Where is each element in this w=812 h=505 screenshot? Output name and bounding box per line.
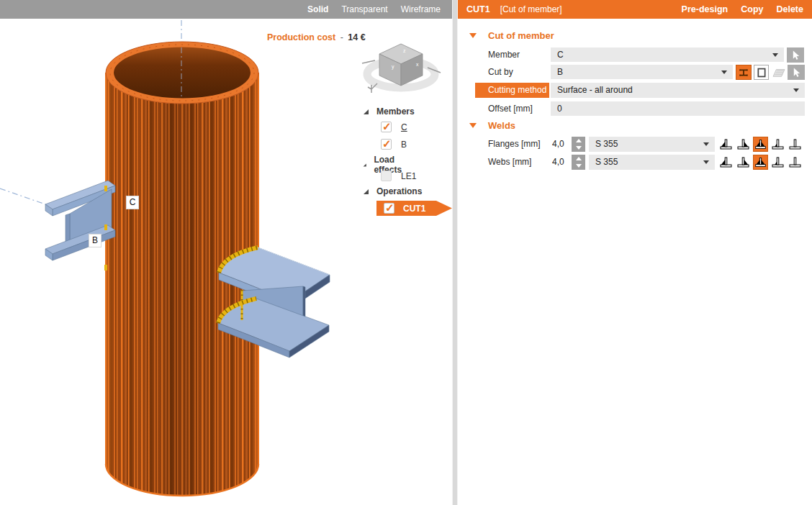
member-b-checkbox[interactable] bbox=[381, 139, 392, 150]
production-cost-separator: - bbox=[338, 32, 346, 42]
navigation-cube[interactable]: y x z bbox=[362, 44, 441, 93]
cube-axis-x-label: x bbox=[416, 62, 419, 67]
member-label: Member bbox=[488, 47, 520, 62]
le1-checkbox[interactable] bbox=[381, 170, 392, 181]
collapse-triangle-icon[interactable] bbox=[469, 33, 477, 38]
member-b-left-beam[interactable] bbox=[45, 181, 115, 260]
flanges-weld-butt-button[interactable] bbox=[788, 137, 803, 152]
webs-weld-fillet-both-button[interactable] bbox=[753, 155, 768, 170]
webs-size-stepper[interactable] bbox=[572, 155, 585, 170]
flanges-weld-bevel-button[interactable] bbox=[770, 137, 785, 152]
tree-item-member-c[interactable]: C bbox=[381, 122, 407, 132]
webs-weld-fillet-right-button[interactable] bbox=[736, 155, 751, 170]
section-title: Welds bbox=[488, 120, 515, 131]
tree-item-cut1-selected[interactable]: CUT1 bbox=[376, 201, 452, 216]
member-dropdown[interactable]: C bbox=[551, 47, 784, 62]
cutting-method-label: Cutting method bbox=[475, 83, 549, 98]
webs-label: Webs [mm] bbox=[488, 155, 531, 169]
hollow-section-icon bbox=[757, 67, 767, 78]
view-mode-toolbar: Solid Transparent Wireframe bbox=[0, 0, 452, 19]
webs-material-value: S 355 bbox=[595, 157, 618, 167]
offset-value: 0 bbox=[557, 104, 562, 114]
flanges-weld-fillet-both-button[interactable] bbox=[753, 137, 768, 152]
cut-by-label: Cut by bbox=[488, 65, 513, 79]
pick-cut-by-button[interactable] bbox=[788, 65, 805, 80]
tree-section-label: Members bbox=[376, 106, 415, 117]
predesign-button[interactable]: Pre-design bbox=[682, 4, 728, 14]
expander-icon[interactable] bbox=[363, 109, 369, 115]
weld-butt-icon bbox=[788, 155, 803, 170]
flanges-size-value[interactable]: 4,0 bbox=[552, 137, 564, 151]
webs-size-value[interactable]: 4,0 bbox=[552, 155, 564, 169]
operation-subtitle: [Cut of member] bbox=[500, 4, 562, 14]
flanges-material-dropdown[interactable]: S 355 bbox=[589, 137, 715, 152]
cube-axis-z-label: z bbox=[403, 48, 406, 53]
solid-view-button[interactable]: Solid bbox=[307, 4, 328, 14]
cut-by-dropdown[interactable]: B bbox=[551, 65, 733, 79]
panel-splitter[interactable] bbox=[452, 0, 458, 505]
weld-fillet-left-icon bbox=[718, 155, 734, 170]
stepper-down-icon[interactable] bbox=[572, 145, 585, 153]
cut-by-member-toggle[interactable] bbox=[736, 65, 752, 80]
collapse-triangle-icon[interactable] bbox=[469, 123, 477, 128]
tree-item-le1[interactable]: LE1 bbox=[381, 170, 416, 181]
beam-section-icon bbox=[737, 67, 750, 78]
webs-weld-butt-button[interactable] bbox=[788, 155, 803, 170]
weld-fillet-both-icon bbox=[754, 155, 767, 170]
operation-title: CUT1 bbox=[466, 4, 490, 14]
weld-bevel-icon bbox=[770, 155, 785, 170]
cursor-arrow-icon bbox=[790, 50, 801, 61]
production-cost: Production cost - 14 € bbox=[267, 32, 366, 42]
weld-fillet-both-icon bbox=[754, 137, 767, 152]
cut-by-section-toggle[interactable] bbox=[754, 65, 769, 80]
cut1-checkbox[interactable] bbox=[384, 203, 394, 214]
properties-panel: CUT1 [Cut of member] Pre-design Copy Del… bbox=[458, 0, 812, 505]
plate-icon bbox=[772, 67, 786, 78]
cutting-method-dropdown[interactable]: Surface - all around bbox=[551, 83, 805, 98]
flanges-size-stepper[interactable] bbox=[572, 137, 585, 152]
weld-butt-icon bbox=[788, 137, 803, 152]
stepper-down-icon[interactable] bbox=[572, 163, 585, 170]
stepper-up-icon[interactable] bbox=[572, 137, 585, 145]
expander-icon[interactable] bbox=[363, 162, 366, 168]
flanges-weld-fillet-left-button[interactable] bbox=[718, 137, 734, 152]
weld-bevel-icon bbox=[770, 137, 785, 152]
section-cut-of-member[interactable]: Cut of member bbox=[469, 30, 554, 41]
cube-axis-y-label: y bbox=[392, 64, 394, 70]
webs-weld-bevel-button[interactable] bbox=[770, 155, 785, 170]
member-c-tag: C bbox=[126, 196, 139, 209]
section-welds[interactable]: Welds bbox=[469, 120, 515, 131]
tree-section-operations[interactable]: Operations bbox=[363, 186, 422, 196]
expander-icon[interactable] bbox=[363, 188, 369, 195]
flanges-material-value: S 355 bbox=[595, 139, 618, 149]
delete-button[interactable]: Delete bbox=[776, 4, 803, 14]
wireframe-view-button[interactable]: Wireframe bbox=[401, 4, 441, 14]
member-dropdown-value: C bbox=[557, 50, 564, 60]
3d-viewport[interactable]: y x z Solid Transparent Wireframe Produc… bbox=[0, 0, 452, 505]
idea-statica-connection-window: y x z Solid Transparent Wireframe Produc… bbox=[0, 0, 812, 505]
weld-fillet-right-icon bbox=[736, 137, 751, 152]
transparent-view-button[interactable]: Transparent bbox=[341, 4, 387, 14]
webs-material-dropdown[interactable]: S 355 bbox=[589, 155, 715, 170]
copy-button[interactable]: Copy bbox=[741, 4, 763, 14]
webs-weld-fillet-left-button[interactable] bbox=[718, 155, 734, 170]
production-cost-value: 14 € bbox=[348, 32, 365, 42]
section-title: Cut of member bbox=[488, 30, 554, 41]
operation-header: CUT1 [Cut of member] Pre-design Copy Del… bbox=[458, 0, 812, 19]
member-b-tag: B bbox=[89, 234, 102, 247]
flanges-weld-fillet-right-button[interactable] bbox=[736, 137, 751, 152]
tree-item-label[interactable]: C bbox=[401, 122, 407, 132]
tree-item-label[interactable]: CUT1 bbox=[403, 204, 425, 214]
tree-item-label[interactable]: LE1 bbox=[401, 171, 416, 181]
offset-input[interactable]: 0 bbox=[551, 101, 805, 116]
weld-fillet-left-icon bbox=[718, 137, 734, 152]
tree-item-member-b[interactable]: B bbox=[381, 139, 407, 150]
cursor-arrow-icon bbox=[790, 67, 802, 78]
stepper-up-icon[interactable] bbox=[572, 155, 585, 163]
tree-item-label[interactable]: B bbox=[401, 140, 407, 150]
cut-by-dropdown-value: B bbox=[557, 67, 563, 77]
member-c-checkbox[interactable] bbox=[381, 122, 392, 132]
tree-section-members[interactable]: Members bbox=[363, 106, 415, 117]
cut-by-plate-toggle-disabled bbox=[771, 65, 786, 80]
pick-member-button[interactable] bbox=[787, 47, 804, 63]
